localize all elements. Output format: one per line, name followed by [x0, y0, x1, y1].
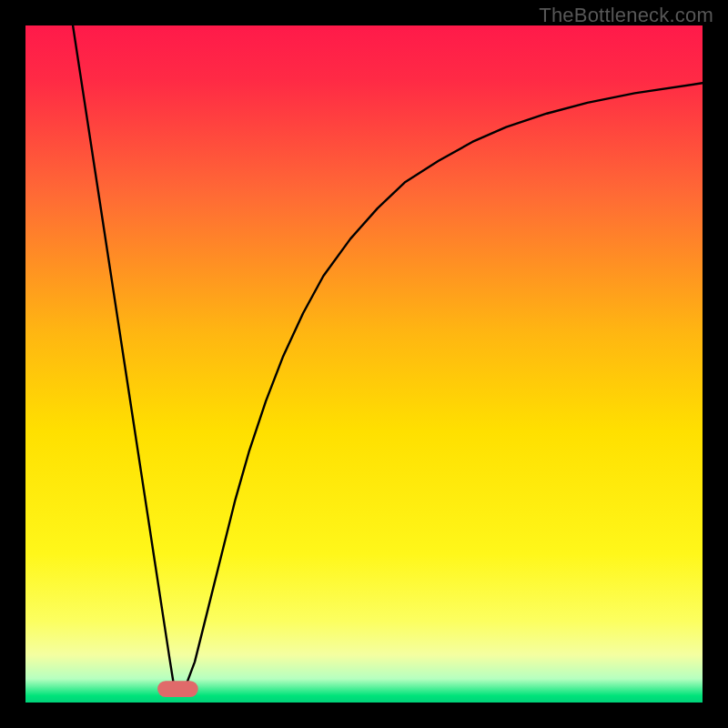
chart-svg: [25, 25, 703, 703]
watermark-text: TheBottleneck.com: [539, 4, 713, 27]
plot-area: [25, 25, 703, 703]
gradient-background: [25, 25, 703, 703]
optimum-marker: [157, 681, 198, 697]
chart-frame: TheBottleneck.com: [0, 0, 728, 728]
